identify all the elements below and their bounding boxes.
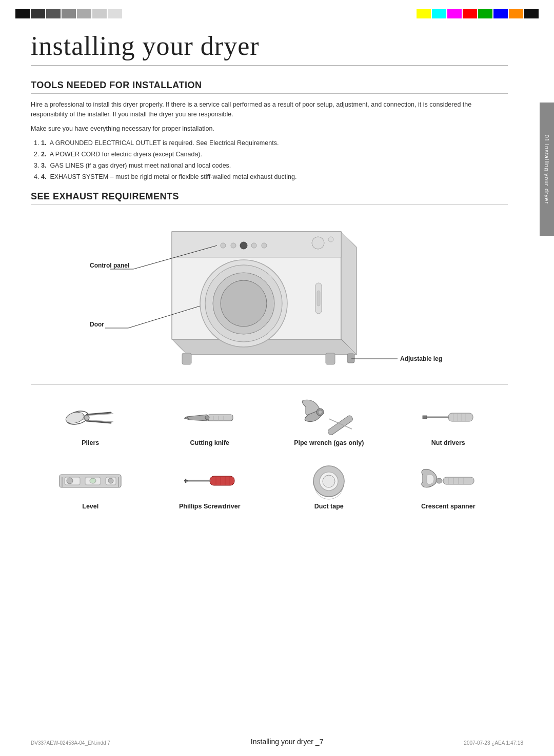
color-bar-red [463, 9, 477, 18]
tool-phillips-screwdriver: Phillips Screwdriver [150, 458, 270, 516]
svg-point-7 [240, 242, 247, 249]
svg-point-60 [108, 478, 113, 483]
svg-rect-17 [317, 291, 320, 306]
list-item: 4. EXHAUST SYSTEM – must be rigid metal … [41, 172, 508, 182]
svg-marker-2 [341, 232, 357, 355]
svg-point-6 [231, 243, 236, 248]
page-title: installing your dryer [31, 31, 508, 66]
tools-grid-row1: Pliers Cutting [31, 394, 508, 453]
tool-icon-pliers [57, 399, 124, 435]
install-list: 1. A GROUNDED ELECTRICAL OUTLET is requi… [41, 138, 508, 182]
tool-label-cutting-knife: Cutting knife [190, 439, 229, 446]
tool-icon-pipe-wrench [295, 399, 362, 435]
svg-point-15 [221, 280, 267, 326]
color-bar-blue [493, 9, 508, 18]
svg-rect-49 [423, 416, 427, 419]
sidebar: 01 Installing your dryer [540, 103, 554, 236]
dryer-diagram-svg: Control panel Door Adjustable leg [38, 216, 500, 375]
crescent-spanner-icon [418, 465, 479, 496]
color-bar [62, 9, 76, 18]
color-bar [31, 9, 45, 18]
color-bar [46, 9, 61, 18]
level-icon [57, 467, 124, 495]
duct-tape-icon [308, 462, 349, 500]
list-item: 3. GAS LINES (if a gas dryer) must meet … [41, 160, 508, 171]
page-footer: DV337AEW-02453A-04_EN.indd 7 Installing … [0, 738, 554, 746]
svg-rect-18 [182, 353, 191, 364]
color-bar-yellow [417, 9, 431, 18]
svg-point-73 [323, 475, 335, 487]
tool-icon-duct-tape [295, 463, 362, 499]
tools-grid-row2: Level Phillips [31, 458, 508, 516]
nut-drivers-icon [420, 406, 477, 429]
cutting-knife-icon [182, 403, 238, 432]
footer-page-number: Installing your dryer _7 [251, 738, 324, 746]
pipe-wrench-icon [295, 399, 362, 435]
color-bar-orange [509, 9, 523, 18]
svg-rect-47 [448, 413, 473, 421]
pliers-icon [62, 403, 118, 432]
color-bar [108, 9, 122, 18]
tool-crescent-spanner: Crescent spanner [389, 458, 508, 516]
color-bar-cyan [432, 9, 446, 18]
tool-icon-phillips-screwdriver [176, 463, 243, 499]
svg-text:Adjustable leg: Adjustable leg [400, 355, 442, 362]
svg-point-35 [84, 415, 89, 420]
tool-label-nut-drivers: Nut drivers [431, 439, 465, 446]
tool-icon-crescent-spanner [415, 463, 482, 499]
color-bar-green [478, 9, 492, 18]
list-item: 1. A GROUNDED ELECTRICAL OUTLET is requi… [41, 138, 508, 148]
svg-point-10 [312, 237, 324, 249]
color-bars-right [417, 9, 539, 18]
tool-label-crescent-spanner: Crescent spanner [421, 503, 476, 510]
sidebar-label: 01 Installing your dryer [544, 134, 550, 203]
tool-label-pliers: Pliers [82, 439, 99, 446]
exhaust-heading: SEE EXHAUST REQUIREMENTS [31, 191, 508, 205]
tool-pliers: Pliers [31, 394, 150, 453]
tools-intro-para1: Hire a professional to install this drye… [31, 100, 508, 120]
color-bar-black [524, 9, 539, 18]
footer-doc-info: DV337AEW-02453A-04_EN.indd 7 [31, 740, 110, 746]
tool-level: Level [31, 458, 150, 516]
svg-point-5 [221, 243, 226, 248]
svg-text:Control panel: Control panel [90, 262, 129, 269]
color-bar [77, 9, 91, 18]
svg-text:Door: Door [90, 321, 104, 328]
tool-nut-drivers: Nut drivers [389, 394, 508, 453]
list-item: 2. A POWER CORD for electric dryers (exc… [41, 149, 508, 159]
svg-point-8 [251, 243, 256, 248]
svg-point-11 [328, 237, 333, 242]
color-bar [92, 9, 107, 18]
svg-point-59 [67, 478, 73, 484]
svg-marker-37 [187, 415, 207, 421]
tool-label-duct-tape: Duct tape [314, 503, 344, 510]
tool-icon-cutting-knife [176, 399, 243, 435]
svg-point-45 [318, 410, 322, 414]
footer-date: 2007-07-23 ¿AEA 1:47:18 [464, 740, 523, 746]
tool-label-pipe-wrench: Pipe wrench (gas only) [294, 439, 364, 446]
section-divider [31, 384, 508, 385]
svg-point-39 [205, 416, 209, 420]
dryer-diagram: Control panel Door Adjustable leg [31, 211, 508, 380]
svg-point-75 [436, 478, 442, 483]
tool-duct-tape: Duct tape [269, 458, 389, 516]
color-bars-left [15, 9, 122, 18]
svg-point-58 [90, 478, 96, 483]
svg-rect-20 [347, 354, 354, 363]
tool-cutting-knife: Cutting knife [150, 394, 270, 453]
svg-rect-63 [210, 476, 234, 485]
svg-point-9 [262, 243, 267, 248]
tools-heading: TOOLS NEEDED FOR INSTALLATION [31, 80, 508, 94]
tool-label-level: Level [82, 503, 98, 510]
tool-pipe-wrench: Pipe wrench (gas only) [269, 394, 389, 453]
tool-icon-level [57, 463, 124, 499]
tools-intro-para2: Make sure you have everything necessary … [31, 124, 508, 134]
color-bar [15, 9, 30, 18]
tool-label-phillips-screwdriver: Phillips Screwdriver [179, 503, 241, 510]
main-content: installing your dryer TOOLS NEEDED FOR I… [31, 31, 523, 516]
svg-rect-36 [207, 415, 233, 421]
color-bar-magenta [447, 9, 462, 18]
tool-icon-nut-drivers [415, 399, 482, 435]
svg-rect-19 [326, 353, 335, 364]
svg-rect-43 [327, 415, 354, 436]
